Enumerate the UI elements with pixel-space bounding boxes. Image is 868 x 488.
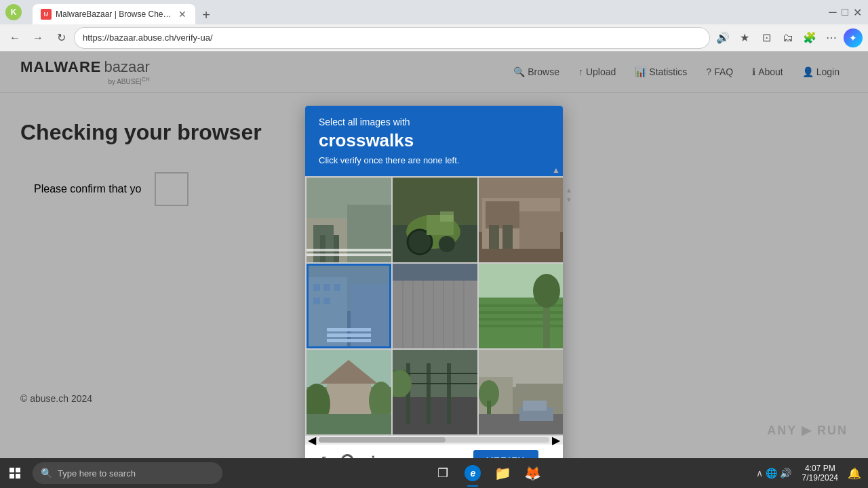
captcha-cell-4[interactable] — [307, 264, 391, 348]
profile-avatar[interactable]: K — [5, 4, 22, 20]
captcha-cell-2[interactable] — [393, 178, 477, 262]
svg-rect-33 — [313, 298, 320, 304]
svg-point-13 — [439, 236, 455, 252]
toolbar-icons: 🔊 ★ ⊡ 🗂 🧩 ⋯ ✦ — [713, 28, 863, 47]
forward-button[interactable]: → — [28, 28, 47, 47]
svg-rect-49 — [479, 311, 563, 314]
scroll-right-arrow[interactable]: ▶ — [552, 434, 560, 447]
captcha-scrollbar[interactable]: ◀ ▶ — [305, 436, 563, 444]
tab-close-button[interactable]: ✕ — [177, 9, 187, 20]
svg-rect-21 — [502, 225, 513, 249]
collections-button[interactable]: 🗂 — [778, 28, 797, 47]
new-tab-button[interactable]: + — [197, 5, 216, 24]
captcha-header: Select all images with crosswalks Click … — [305, 106, 563, 176]
svg-rect-19 — [486, 201, 519, 228]
chevron-up-icon: ∧ — [756, 468, 763, 479]
taskbar-firefox[interactable]: 🦊 — [517, 458, 547, 488]
browser-chrome: K M MalwareBazaar | Browse Checkin... ✕ … — [0, 0, 868, 52]
scroll-down-arrow[interactable]: ▼ — [566, 197, 572, 203]
svg-rect-7 — [307, 249, 391, 251]
minimize-button[interactable]: ─ — [827, 7, 838, 18]
captcha-info-button[interactable]: ℹ — [363, 451, 382, 458]
captcha-header-sub: Select all images with — [319, 117, 549, 127]
notification-center-button[interactable]: 🔔 — [844, 462, 865, 484]
captcha-cell-5[interactable] — [393, 264, 477, 348]
read-aloud-button[interactable]: 🔊 — [713, 28, 732, 47]
extensions-button[interactable]: 🧩 — [800, 28, 819, 47]
settings-button[interactable]: ⋯ — [822, 28, 841, 47]
address-bar-input[interactable] — [75, 28, 709, 48]
copilot-button[interactable]: ✦ — [844, 28, 863, 47]
taskbar-taskview[interactable]: ❐ — [428, 458, 458, 488]
tab-bar: M MalwareBazaar | Browse Checkin... ✕ + — [27, 0, 822, 24]
captcha-overlay: Select all images with crosswalks Click … — [0, 52, 868, 458]
captcha-header-main: crosswalks — [319, 130, 549, 151]
verify-button[interactable]: VERIFY — [473, 450, 539, 458]
captcha-cell-3[interactable] — [479, 178, 563, 262]
address-bar-row: ← → ↻ 🔊 ★ ⊡ 🗂 🧩 ⋯ ✦ — [0, 24, 868, 52]
svg-rect-24 — [307, 311, 391, 348]
site-content: MALWARE bazaar by ABUSE|CH 🔍 Browse ↑ Up… — [0, 52, 868, 458]
split-screen-button[interactable]: ⊡ — [757, 28, 776, 47]
svg-rect-51 — [479, 325, 563, 327]
svg-rect-15 — [440, 211, 454, 222]
scroll-left-arrow[interactable]: ◀ — [308, 434, 316, 447]
taskbar-system-tray: ∧ 🌐 🔊 4:07 PM 7/19/2024 🔔 — [751, 462, 868, 484]
maximize-button[interactable]: □ — [840, 7, 850, 18]
svg-rect-26 — [351, 284, 391, 348]
modal-scroll-up[interactable]: ▲ — [552, 165, 560, 175]
captcha-cell-8[interactable] — [393, 350, 477, 434]
taskbar-search-placeholder: Type here to search — [58, 468, 136, 479]
svg-point-53 — [533, 274, 560, 308]
active-tab[interactable]: M MalwareBazaar | Browse Checkin... ✕ — [33, 4, 195, 24]
captcha-cell-7[interactable] — [307, 350, 391, 434]
edge-icon: e — [465, 465, 481, 481]
svg-rect-65 — [447, 363, 451, 424]
svg-rect-64 — [427, 363, 431, 424]
firefox-icon: 🦊 — [524, 465, 540, 481]
captcha-image-1 — [307, 178, 391, 262]
captcha-image-2 — [393, 178, 477, 262]
captcha-cell-9[interactable] — [479, 350, 563, 434]
scroll-up-arrow[interactable]: ▲ — [566, 187, 572, 194]
captcha-audio-button[interactable]: 🎧 — [338, 451, 357, 458]
clock-area[interactable]: 4:07 PM 7/19/2024 — [797, 464, 844, 483]
taskbar-search-box[interactable]: 🔍 Type here to search — [33, 462, 222, 484]
captcha-image-8 — [393, 350, 477, 434]
captcha-image-6 — [479, 264, 563, 348]
svg-rect-30 — [313, 284, 320, 291]
tab-title: MalwareBazaar | Browse Checkin... — [56, 9, 173, 19]
captcha-refresh-button[interactable]: ↺ — [312, 451, 331, 458]
windows-logo-icon — [9, 468, 20, 479]
system-tray-icons[interactable]: ∧ 🌐 🔊 — [751, 468, 797, 479]
start-button[interactable] — [0, 458, 30, 488]
taskbar: 🔍 Type here to search ❐ e 📁 🦊 ∧ 🌐 🔊 4:07… — [0, 458, 868, 488]
svg-rect-78 — [487, 401, 491, 414]
svg-rect-22 — [519, 211, 560, 249]
svg-rect-27 — [327, 328, 371, 331]
captcha-cell-6[interactable] — [479, 264, 563, 348]
side-scroll-arrows: ▲ ▼ — [566, 187, 572, 203]
scrollbar-thumb — [319, 437, 446, 443]
captcha-cell-1[interactable] — [307, 178, 391, 262]
svg-rect-23 — [307, 264, 391, 348]
refresh-button[interactable]: ↻ — [52, 28, 71, 47]
back-button[interactable]: ← — [5, 28, 24, 47]
favorites-button[interactable]: ★ — [735, 28, 754, 47]
taskbar-explorer[interactable]: 📁 — [488, 458, 517, 488]
captcha-footer: ↺ 🎧 ℹ VERIFY ▼ — [305, 444, 563, 458]
captcha-header-hint: Click verify once there are none left. — [319, 155, 549, 165]
volume-icon: 🔊 — [780, 468, 791, 479]
svg-rect-44 — [393, 264, 477, 281]
captcha-modal: Select all images with crosswalks Click … — [305, 106, 563, 458]
browser-titlebar: K M MalwareBazaar | Browse Checkin... ✕ … — [0, 0, 868, 24]
taskbar-edge[interactable]: e — [458, 458, 488, 488]
taskbar-search-icon: 🔍 — [41, 468, 52, 479]
svg-rect-32 — [334, 284, 340, 291]
captcha-image-7 — [307, 350, 391, 434]
close-button[interactable]: ✕ — [852, 7, 863, 18]
svg-rect-50 — [479, 318, 563, 321]
svg-rect-76 — [523, 401, 547, 411]
clock-time: 4:07 PM — [805, 464, 835, 473]
explorer-icon: 📁 — [494, 465, 511, 481]
